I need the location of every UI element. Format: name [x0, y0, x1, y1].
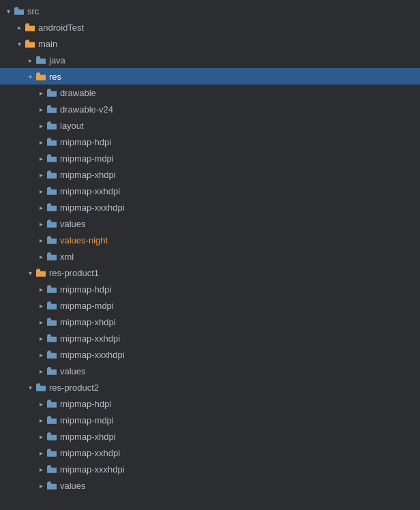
tree-item-src[interactable]: src — [0, 3, 420, 19]
tree-item-res[interactable]: res — [0, 68, 420, 85]
chevron-icon[interactable] — [25, 71, 35, 82]
chevron-icon[interactable] — [35, 284, 46, 295]
item-label: mipmap-hdpi — [60, 137, 111, 147]
tree-item-mipmap-hdpi-p2[interactable]: mipmap-hdpi — [0, 395, 420, 412]
chevron-icon[interactable] — [35, 185, 46, 196]
folder-icon — [46, 398, 57, 409]
item-label: mipmap-hdpi — [60, 399, 111, 409]
tree-item-mipmap-mdpi-p1[interactable]: mipmap-mdpi — [0, 297, 420, 314]
chevron-icon[interactable] — [35, 333, 46, 344]
tree-item-mipmap-mdpi-p2[interactable]: mipmap-mdpi — [0, 412, 420, 428]
chevron-icon[interactable] — [35, 464, 46, 475]
item-label: mipmap-xhdpi — [60, 170, 116, 180]
item-label: values-night — [60, 235, 108, 245]
item-label: main — [38, 39, 57, 49]
tree-item-mipmap-xhdpi-p1[interactable]: mipmap-xhdpi — [0, 314, 420, 330]
tree-item-mipmap-xxxhdpi-1[interactable]: mipmap-xxxhdpi — [0, 199, 420, 215]
item-label: mipmap-mdpi — [60, 153, 114, 164]
folder-icon — [46, 218, 57, 229]
tree-item-drawable-v24[interactable]: drawable-v24 — [0, 101, 420, 117]
folder-icon — [46, 365, 57, 376]
chevron-icon[interactable] — [35, 349, 46, 360]
chevron-icon[interactable] — [35, 235, 46, 245]
tree-item-res-product1[interactable]: res-product1 — [0, 265, 420, 281]
chevron-icon[interactable] — [35, 251, 46, 262]
folder-icon — [35, 267, 46, 278]
tree-item-layout[interactable]: layout — [0, 117, 420, 134]
folder-icon — [46, 202, 57, 213]
tree-item-androidTest[interactable]: androidTest — [0, 19, 420, 35]
chevron-icon[interactable] — [35, 365, 46, 376]
chevron-icon[interactable] — [35, 316, 46, 327]
tree-item-mipmap-xhdpi-1[interactable]: mipmap-xhdpi — [0, 166, 420, 183]
folder-icon — [46, 235, 57, 245]
chevron-icon[interactable] — [14, 22, 25, 33]
tree-item-mipmap-xxhdpi-1[interactable]: mipmap-xxhdpi — [0, 183, 420, 199]
chevron-icon[interactable] — [35, 87, 46, 98]
chevron-icon[interactable] — [35, 431, 46, 442]
tree-item-mipmap-xxhdpi-p1[interactable]: mipmap-xxhdpi — [0, 330, 420, 346]
chevron-icon[interactable] — [35, 202, 46, 213]
item-label: res-product2 — [49, 382, 99, 393]
file-tree[interactable]: srcandroidTestmainjavaresdrawabledrawabl… — [0, 0, 420, 510]
folder-icon — [46, 87, 57, 98]
chevron-icon[interactable] — [25, 55, 35, 65]
tree-item-values-p1[interactable]: values — [0, 363, 420, 379]
folder-icon — [46, 300, 57, 311]
folder-icon — [25, 38, 35, 49]
item-label: mipmap-hdpi — [60, 284, 111, 295]
tree-item-values-1[interactable]: values — [0, 215, 420, 232]
folder-icon — [35, 382, 46, 393]
folder-icon — [46, 333, 57, 344]
tree-item-xml[interactable]: xml — [0, 248, 420, 265]
chevron-icon[interactable] — [35, 447, 46, 458]
chevron-icon[interactable] — [35, 153, 46, 164]
item-label: mipmap-mdpi — [60, 301, 114, 311]
chevron-icon[interactable] — [25, 267, 35, 278]
item-label: values — [60, 481, 86, 491]
folder-icon — [46, 104, 57, 115]
folder-icon — [46, 464, 57, 475]
tree-item-res-product2[interactable]: res-product2 — [0, 379, 420, 395]
chevron-icon[interactable] — [35, 104, 46, 115]
chevron-icon[interactable] — [35, 169, 46, 180]
tree-item-mipmap-hdpi-1[interactable]: mipmap-hdpi — [0, 134, 420, 150]
chevron-icon[interactable] — [35, 120, 46, 131]
item-label: drawable — [60, 88, 96, 98]
chevron-icon[interactable] — [35, 300, 46, 311]
tree-item-mipmap-xxxhdpi-p1[interactable]: mipmap-xxxhdpi — [0, 346, 420, 363]
tree-item-mipmap-xhdpi-p2[interactable]: mipmap-xhdpi — [0, 428, 420, 445]
folder-icon — [35, 55, 46, 65]
folder-icon — [46, 480, 57, 491]
folder-icon — [46, 136, 57, 147]
folder-icon — [46, 153, 57, 164]
folder-icon — [46, 284, 57, 295]
chevron-icon[interactable] — [3, 5, 14, 16]
item-label: mipmap-xxhdpi — [60, 333, 120, 344]
chevron-icon[interactable] — [35, 480, 46, 491]
folder-icon — [46, 169, 57, 180]
tree-item-java[interactable]: java — [0, 52, 420, 68]
item-label: res-product1 — [49, 268, 99, 278]
folder-icon — [25, 22, 35, 33]
tree-item-mipmap-mdpi-1[interactable]: mipmap-mdpi — [0, 150, 420, 166]
chevron-icon[interactable] — [25, 382, 35, 393]
chevron-icon[interactable] — [35, 415, 46, 425]
chevron-icon[interactable] — [35, 218, 46, 229]
tree-item-values-p2[interactable]: values — [0, 477, 420, 494]
tree-item-mipmap-xxxhdpi-p2[interactable]: mipmap-xxxhdpi — [0, 461, 420, 477]
tree-item-main[interactable]: main — [0, 35, 420, 52]
chevron-icon[interactable] — [35, 136, 46, 147]
item-label: layout — [60, 121, 84, 131]
chevron-icon[interactable] — [14, 38, 25, 49]
folder-icon — [46, 185, 57, 196]
chevron-icon[interactable] — [35, 398, 46, 409]
tree-item-mipmap-hdpi-p1[interactable]: mipmap-hdpi — [0, 281, 420, 297]
tree-item-drawable[interactable]: drawable — [0, 85, 420, 101]
item-label: values — [60, 366, 86, 376]
folder-icon — [46, 349, 57, 360]
folder-icon — [35, 71, 46, 82]
tree-item-values-night[interactable]: values-night — [0, 232, 420, 248]
item-label: java — [49, 55, 65, 65]
tree-item-mipmap-xxhdpi-p2[interactable]: mipmap-xxhdpi — [0, 445, 420, 461]
